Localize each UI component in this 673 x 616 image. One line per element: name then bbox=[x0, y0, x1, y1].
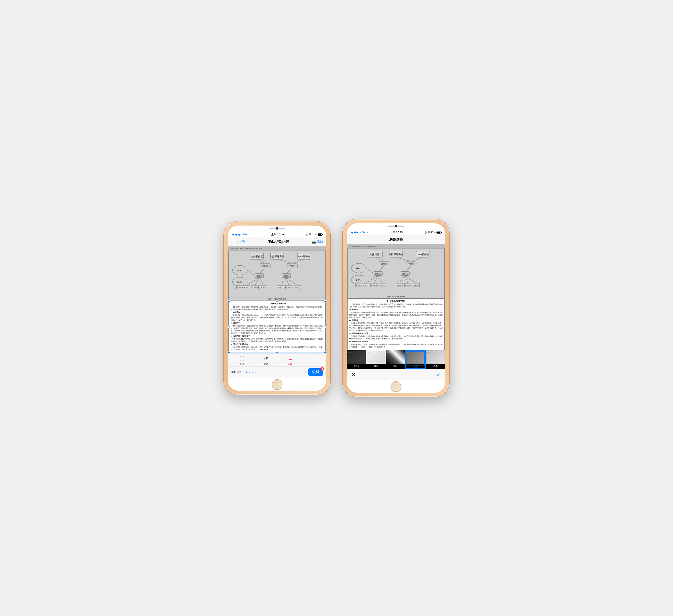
pre-text-right: 式处理的计算机系统。计算机网络组成如图3-1所示。 bbox=[349, 245, 443, 248]
lang-label: 识别语言 bbox=[231, 370, 242, 373]
svg-line-56 bbox=[376, 257, 384, 261]
filter-arrow-up-icon: ↑ bbox=[395, 371, 397, 378]
svg-line-87 bbox=[405, 276, 408, 283]
status-left-left[interactable]: ◀ ◀ App Store bbox=[232, 233, 249, 236]
scan-area-right: 式处理的计算机系统。计算机网络组成如图3-1所示。 文件服务器 数据库服务器 W… bbox=[347, 244, 445, 350]
svg-line-23 bbox=[259, 268, 265, 274]
handle-br[interactable] bbox=[324, 351, 326, 353]
app-store-label-left[interactable]: ◀ App Store bbox=[235, 233, 249, 236]
svg-text:数据库服务器: 数据库服务器 bbox=[270, 255, 284, 258]
filter-gray[interactable]: 网络图 灰度 bbox=[426, 350, 445, 369]
arrow-down-icon: ↓ bbox=[311, 357, 314, 364]
svg-text:路由器: 路由器 bbox=[262, 265, 268, 267]
headphone-icon-left: ♡ bbox=[309, 233, 311, 236]
back-arrow-left[interactable]: ◀ bbox=[232, 233, 234, 236]
headphone-icon-right: ♡ bbox=[428, 231, 430, 234]
svg-line-11 bbox=[277, 259, 292, 263]
svg-text:网络1: 网络1 bbox=[356, 267, 362, 269]
handle-tr[interactable] bbox=[324, 300, 326, 303]
phone-right: ◀ ◀ App Store 上午 10:49 @ ♡ 77% bbox=[343, 219, 449, 397]
status-time-left: 上午 10:49 bbox=[271, 233, 284, 236]
svg-line-42 bbox=[286, 278, 297, 285]
svg-line-88 bbox=[405, 276, 416, 283]
svg-text:Web服务器: Web服务器 bbox=[298, 255, 310, 258]
phone-bottom-right bbox=[347, 380, 445, 393]
svg-text:集线器: 集线器 bbox=[375, 273, 381, 275]
status-right-right: @ ♡ 77% bbox=[425, 231, 441, 234]
handle-tm[interactable] bbox=[276, 300, 278, 302]
svg-text:集线器: 集线器 bbox=[402, 273, 408, 275]
svg-text:客户端4: 客户端4 bbox=[237, 287, 243, 288]
svg-text:客户端7: 客户端7 bbox=[294, 287, 300, 288]
handle-bm[interactable] bbox=[276, 351, 278, 353]
battery-icon-left bbox=[318, 233, 322, 236]
status-bar-right: ◀ ◀ App Store 上午 10:49 @ ♡ 77% bbox=[347, 230, 445, 235]
chevron-left-icon: 〈 bbox=[231, 240, 234, 244]
filter-sharpen-label: 锐化 bbox=[347, 364, 366, 368]
filter-brighten-label: 增亮 bbox=[366, 364, 386, 368]
section-heading-left: 2．计算机网络的功能 bbox=[231, 303, 323, 305]
svg-text:客户端3: 客户端3 bbox=[261, 287, 267, 288]
filter-brighten[interactable]: 网络图 增亮 bbox=[366, 350, 386, 369]
add-label[interactable]: 添加 bbox=[317, 240, 323, 244]
svg-text:路由器: 路由器 bbox=[381, 263, 387, 265]
svg-text:客户端2: 客户端2 bbox=[371, 285, 377, 286]
svg-text:交换机: 交换机 bbox=[289, 265, 295, 267]
app-store-label-right[interactable]: ◀ App Store bbox=[354, 231, 368, 234]
filter-strip: 网络图 锐化 网络图 增亮 网络图 bbox=[347, 350, 445, 369]
svg-text:Web服务器: Web服务器 bbox=[417, 253, 429, 256]
doc-content-right: 2．计算机网络的功能 计算机网络可以使用的具体功能很多，如远程会议、电子商务、远… bbox=[348, 299, 444, 350]
diagram-caption-left: 图3-1 计算机网络的组成 bbox=[229, 297, 325, 301]
nav-right-left[interactable]: 📷 添加 bbox=[312, 240, 323, 244]
svg-line-69 bbox=[378, 266, 384, 271]
toolbar-all-btn[interactable]: ⛶ 全部 bbox=[240, 356, 244, 366]
back-arrow-right[interactable]: ◀ bbox=[351, 231, 353, 234]
all-label: 全部 bbox=[240, 363, 244, 366]
svg-text:客户端7: 客户端7 bbox=[413, 285, 419, 286]
svg-text:客户端6: 客户端6 bbox=[405, 285, 411, 286]
filter-bw[interactable]: 网络图 黑白 bbox=[386, 350, 405, 369]
svg-text:网络1: 网络1 bbox=[237, 269, 243, 272]
filter-cancel-btn[interactable]: ✕ bbox=[352, 372, 355, 377]
svg-text:集线器: 集线器 bbox=[256, 275, 262, 277]
filter-confirm-btn[interactable]: ✓ bbox=[437, 372, 440, 377]
pre-selection-area-right: 式处理的计算机系统。计算机网络组成如图3-1所示。 bbox=[347, 244, 445, 249]
arrow-up-icon-left: ↑ bbox=[304, 369, 306, 375]
toolbar-rotate-btn[interactable]: ↺ 旋转 bbox=[264, 356, 268, 366]
home-button-right[interactable] bbox=[391, 381, 401, 392]
filter-sharpen[interactable]: 网络图 锐化 bbox=[347, 350, 366, 369]
back-label-left[interactable]: 〈 拍照 bbox=[235, 240, 245, 244]
svg-text:客户端5: 客户端5 bbox=[396, 285, 402, 286]
phone-bottom-left bbox=[228, 378, 326, 391]
section-heading-right: 2．计算机网络的功能 bbox=[349, 300, 443, 302]
recognize-button[interactable]: 识别 1 bbox=[308, 368, 323, 376]
svg-line-57 bbox=[396, 257, 411, 261]
svg-text:集线器: 集线器 bbox=[283, 275, 289, 277]
lang-selector[interactable]: 识别语言 中英文混合 〉 bbox=[231, 370, 259, 374]
svg-text:文件服务器: 文件服务器 bbox=[370, 253, 382, 256]
phone-left: ◀ ◀ App Store 上午 10:49 @ ♡ 77% bbox=[224, 222, 330, 395]
all-icon: ⛶ bbox=[240, 356, 244, 362]
diagram-caption-right: 图3-1 计算机网络的组成 bbox=[348, 295, 444, 298]
svg-text:客户端2: 客户端2 bbox=[252, 287, 258, 288]
handle-ml[interactable] bbox=[228, 326, 230, 328]
status-left-right[interactable]: ◀ ◀ App Store bbox=[351, 231, 368, 234]
at-icon-left: @ bbox=[306, 233, 308, 236]
filter-gray-label: 灰度 bbox=[426, 364, 445, 368]
svg-text:客户端1: 客户端1 bbox=[363, 285, 369, 286]
handle-mr[interactable] bbox=[324, 326, 326, 328]
nav-back-left[interactable]: 〈 〈 拍照 bbox=[231, 240, 245, 244]
phone-screen-right: ◀ ◀ App Store 上午 10:49 @ ♡ 77% bbox=[347, 223, 445, 393]
handle-bl[interactable] bbox=[228, 351, 230, 353]
filter-ink-label: 省墨 bbox=[406, 364, 425, 368]
toolbar-filter-btn[interactable]: ☁ 滤镜 bbox=[288, 356, 292, 365]
handle-tl[interactable] bbox=[228, 300, 230, 303]
selection-content[interactable]: 2．计算机网络的功能 计算机网络可以使用的具体功能很多，如远程会议、电子商务、远… bbox=[229, 301, 325, 353]
home-button-left[interactable] bbox=[272, 379, 282, 390]
network-diagram-right: 文件服务器 数据库服务器 Web服务器 路由器 交换机 bbox=[348, 249, 444, 295]
svg-text:数据库服务器: 数据库服务器 bbox=[389, 253, 403, 256]
svg-text:客户端1: 客户端1 bbox=[244, 287, 250, 288]
toolbar-arrow-down[interactable]: ↓ bbox=[311, 357, 314, 364]
lang-value[interactable]: 中英文混合 〉 bbox=[243, 370, 259, 373]
filter-ink[interactable]: 网络图 省墨 bbox=[405, 350, 426, 369]
